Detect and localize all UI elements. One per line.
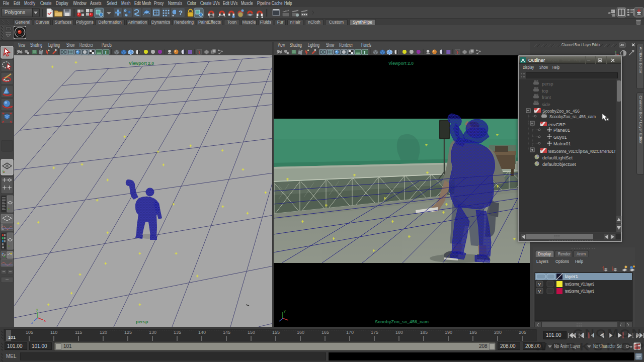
svg-text:defaultLightSet: defaultLightSet [542, 155, 573, 160]
svg-text:V: V [538, 282, 541, 287]
svg-text:115: 115 [75, 330, 82, 335]
svg-text:200: 200 [494, 330, 502, 335]
svg-text:160: 160 [297, 330, 304, 335]
svg-text:Layers: Layers [536, 259, 548, 264]
svg-text:side: side [542, 102, 550, 107]
svg-text:155: 155 [272, 330, 280, 335]
svg-text:testScenne_V01:layer2: testScenne_V01:layer2 [565, 282, 594, 287]
svg-text:?: ? [179, 9, 183, 17]
svg-text:180: 180 [395, 330, 403, 335]
svg-text:165: 165 [321, 330, 329, 335]
svg-text:x: x [44, 319, 46, 322]
svg-text:Render: Render [558, 251, 571, 256]
svg-text:layer1: layer1 [565, 274, 578, 279]
svg-text:195: 195 [469, 330, 477, 335]
svg-text:T: T [105, 50, 108, 55]
svg-text:Help: Help [575, 259, 583, 264]
svg-text:persp: persp [542, 81, 553, 86]
svg-text:145: 145 [223, 330, 230, 335]
svg-text:Guy01: Guy01 [553, 135, 567, 140]
svg-text:front: front [542, 95, 551, 100]
svg-text:120: 120 [100, 330, 107, 335]
svg-text:190: 190 [445, 330, 452, 335]
svg-text:150: 150 [248, 330, 255, 335]
svg-text:defaultObjectSet: defaultObjectSet [542, 162, 576, 167]
svg-text:135: 135 [174, 330, 181, 335]
svg-text:ScoobyZoo_sc_456_cam: ScoobyZoo_sc_456_cam [549, 114, 596, 119]
svg-text:175: 175 [371, 330, 378, 335]
svg-text:envGRP: envGRP [548, 122, 566, 127]
svg-text:Matrix01: Matrix01 [553, 141, 571, 146]
svg-text:Options: Options [555, 259, 569, 264]
svg-text:Display: Display [538, 251, 551, 256]
svg-text:Anim: Anim [577, 251, 586, 256]
svg-text:testScenne_V01:Clip456_v02:Cam: testScenne_V01:Clip456_v02:Camera01T [548, 149, 616, 154]
svg-text:185: 185 [420, 330, 428, 335]
svg-text:130: 130 [149, 330, 156, 335]
svg-text:110: 110 [50, 330, 57, 335]
svg-text:V: V [538, 289, 541, 294]
svg-text:y: y [36, 308, 38, 312]
svg-text:top: top [542, 88, 548, 94]
svg-text:testScenne_V01:layer1: testScenne_V01:layer1 [565, 289, 594, 294]
svg-text:ScoobyZoo_sc_456: ScoobyZoo_sc_456 [542, 109, 580, 114]
svg-text:125: 125 [124, 330, 132, 335]
svg-text:140: 140 [198, 330, 206, 335]
svg-text:y: y [284, 309, 286, 313]
svg-text:z: z [31, 321, 33, 324]
svg-text:170: 170 [346, 330, 354, 335]
svg-text:Plane01: Plane01 [553, 128, 570, 133]
svg-text:105: 105 [26, 330, 33, 335]
